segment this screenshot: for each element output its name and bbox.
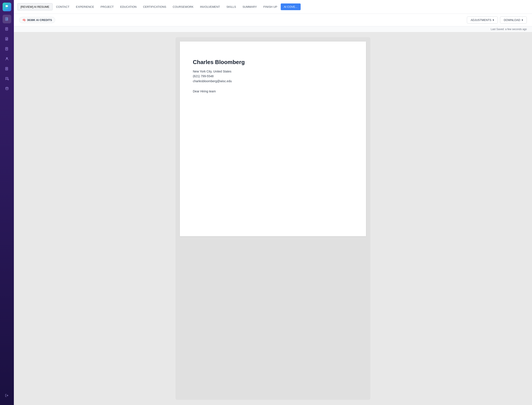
new-document-icon[interactable] [3,15,11,23]
nav-contact[interactable]: CONTACT [53,3,73,10]
nav-skills[interactable]: SKILLS [223,3,239,10]
adjustments-button[interactable]: ADJUSTMENTS ▾ [467,16,498,24]
save-status-text: Last Saved: a few seconds ago [491,28,527,31]
document-greeting: Dear Hiring team [193,90,353,93]
document-phone: (621) 799-5548 [193,74,353,79]
nav-education[interactable]: EDUCATION [117,3,140,10]
document-check-icon[interactable] [3,35,11,43]
nav-review-ai-resume[interactable]: [REVIEW] AI RESUME [17,3,53,10]
main-content: [REVIEW] AI RESUME CONTACT EXPERIENCE PR… [14,0,532,405]
nav-summary[interactable]: SUMMARY [239,3,260,10]
nav-certifications[interactable]: CERTIFICATIONS [140,3,169,10]
sidebar [0,0,14,405]
svg-point-16 [7,79,9,80]
document-icon-2[interactable] [3,45,11,53]
document-wrapper: Charles Bloomberg New York City, United … [176,37,370,400]
save-status-bar: Last Saved: a few seconds ago [14,26,532,32]
document-page: Charles Bloomberg New York City, United … [180,41,366,236]
list-icon[interactable] [3,64,11,73]
credits-label: 3638K AI CREDITS [27,18,52,22]
svg-rect-7 [5,37,8,40]
nav-experience[interactable]: EXPERIENCE [73,3,97,10]
nav-ai-cover[interactable]: AI COVE... [281,3,301,10]
logout-icon[interactable] [3,391,11,400]
svg-rect-3 [5,27,8,31]
document-name: Charles Bloomberg [193,59,353,66]
svg-rect-8 [5,47,8,50]
credits-icon: 🧠 [22,18,26,22]
document-icon-1[interactable] [3,25,11,33]
svg-point-17 [6,87,8,88]
person-icon[interactable] [3,54,11,63]
document-area: Charles Bloomberg New York City, United … [14,32,532,405]
app-logo[interactable] [3,3,11,11]
toolbar-right: ADJUSTMENTS ▾ DOWNLOAD ▾ [467,16,527,24]
download-chevron: ▾ [522,18,523,22]
svg-point-11 [6,57,8,59]
download-label: DOWNLOAD [504,18,520,22]
nav-coursework[interactable]: COURSEWORK [170,3,197,10]
download-button[interactable]: DOWNLOAD ▾ [500,16,527,24]
adjustments-label: ADJUSTMENTS [471,18,491,22]
credits-badge[interactable]: 🧠 3638K AI CREDITS [19,17,55,23]
database-icon[interactable] [3,84,11,93]
nav-project[interactable]: PROJECT [98,3,117,10]
toolbar: 🧠 3638K AI CREDITS ADJUSTMENTS ▾ DOWNLOA… [14,14,532,26]
document-address: New York City, United States [193,69,353,74]
top-nav: [REVIEW] AI RESUME CONTACT EXPERIENCE PR… [14,0,532,14]
document-email: charlesbloomberg@wisc.edu [193,79,353,83]
nav-involvement[interactable]: INVOLVEMENT [197,3,223,10]
nav-finish-up[interactable]: FINISH UP [260,3,280,10]
adjustments-chevron: ▾ [493,18,494,22]
chat-icon[interactable] [3,74,11,83]
